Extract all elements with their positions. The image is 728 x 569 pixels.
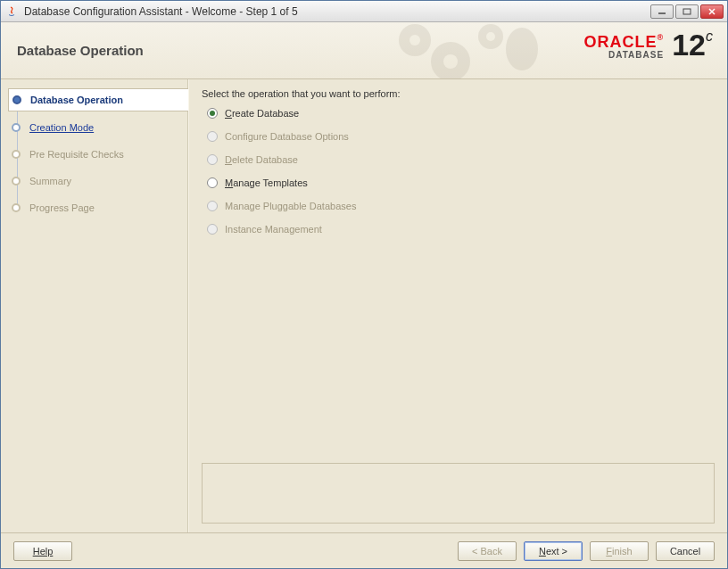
- step-dot-icon: [12, 177, 21, 186]
- step-item-2: Pre Requisite Checks: [8, 144, 180, 165]
- radio-option-2: Delete Database: [207, 154, 715, 165]
- next-button[interactable]: Next >: [524, 541, 583, 561]
- maximize-button[interactable]: [675, 4, 699, 19]
- window-frame: Database Configuration Assistant - Welco…: [0, 0, 728, 569]
- step-item-4: Progress Page: [8, 197, 180, 219]
- radio-icon[interactable]: [207, 177, 218, 188]
- radio-label: Delete Database: [225, 154, 298, 165]
- window-controls: [650, 4, 724, 19]
- radio-icon: [207, 201, 218, 211]
- radio-icon: [207, 224, 218, 235]
- close-button[interactable]: [700, 4, 724, 19]
- operation-prompt: Select the operation that you want to pe…: [202, 88, 715, 99]
- radio-option-1: Configure Database Options: [207, 131, 715, 142]
- minimize-button[interactable]: [650, 4, 674, 19]
- radio-icon: [207, 131, 218, 142]
- radio-option-4: Manage Pluggable Databases: [207, 201, 715, 211]
- step-label: Creation Mode: [29, 122, 94, 133]
- window-title: Database Configuration Assistant - Welco…: [24, 5, 650, 18]
- radio-label: Configure Database Options: [225, 131, 349, 142]
- radio-icon[interactable]: [207, 108, 218, 119]
- java-icon: [4, 4, 19, 19]
- svg-point-9: [486, 32, 495, 41]
- main-panel: Select the operation that you want to pe…: [188, 79, 727, 532]
- step-label: Summary: [29, 176, 71, 186]
- radio-option-3[interactable]: Manage Templates: [207, 177, 715, 188]
- svg-rect-1: [683, 9, 691, 14]
- step-dot-icon: [12, 123, 21, 132]
- step-label: Pre Requisite Checks: [29, 149, 124, 160]
- body-area: Database OperationCreation ModePre Requi…: [1, 79, 727, 532]
- brand-version: 12c: [672, 29, 713, 60]
- step-sidebar: Database OperationCreation ModePre Requi…: [1, 79, 188, 532]
- step-item-0[interactable]: Database Operation: [8, 88, 188, 111]
- radio-label: Manage Templates: [225, 177, 308, 188]
- header-banner: Database Operation ORACLE®DATABASE 12c: [1, 22, 727, 79]
- help-button[interactable]: Help: [13, 541, 72, 561]
- step-item-1[interactable]: Creation Mode: [8, 117, 180, 138]
- footer-bar: Help < Back Next > Finish Cancel: [1, 532, 727, 568]
- step-item-3: Summary: [8, 170, 180, 192]
- svg-point-10: [506, 28, 538, 70]
- step-dot-icon: [12, 203, 21, 212]
- finish-button[interactable]: Finish: [590, 541, 649, 561]
- oracle-brand: ORACLE®DATABASE 12c: [583, 29, 713, 60]
- radio-icon: [207, 154, 218, 165]
- step-label: Progress Page: [29, 202, 95, 213]
- message-area: [202, 463, 715, 524]
- brand-oracle-text: ORACLE®DATABASE: [583, 33, 664, 60]
- radio-option-0[interactable]: Create Database: [207, 108, 715, 119]
- radio-label: Manage Pluggable Databases: [225, 201, 356, 211]
- svg-point-5: [410, 35, 420, 45]
- back-button[interactable]: < Back: [458, 541, 517, 561]
- titlebar[interactable]: Database Configuration Assistant - Welco…: [1, 1, 727, 22]
- operation-radio-group: Create DatabaseConfigure Database Option…: [202, 108, 715, 235]
- gears-decoration: [388, 22, 549, 78]
- step-label: Database Operation: [30, 95, 123, 105]
- step-dot-icon: [12, 95, 21, 104]
- radio-option-5: Instance Management: [207, 224, 715, 235]
- step-dot-icon: [12, 150, 21, 159]
- cancel-button[interactable]: Cancel: [656, 541, 715, 561]
- page-title: Database Operation: [17, 43, 144, 58]
- radio-label: Create Database: [225, 108, 299, 119]
- svg-point-7: [443, 54, 458, 69]
- radio-label: Instance Management: [225, 224, 322, 235]
